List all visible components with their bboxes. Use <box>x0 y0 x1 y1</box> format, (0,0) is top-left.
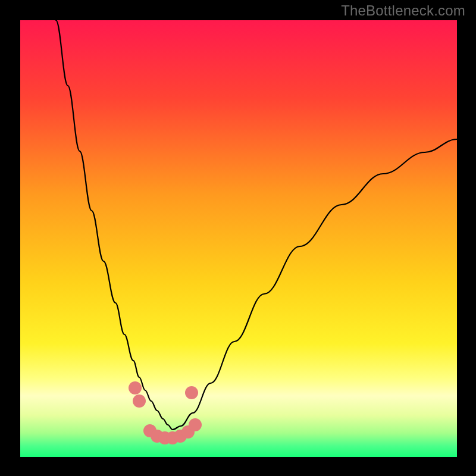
marker-dot <box>133 394 146 408</box>
plot-area <box>20 20 457 457</box>
marker-dot <box>189 418 202 431</box>
marker-dot <box>185 386 198 399</box>
chart-frame: TheBottleneck.com <box>0 0 476 476</box>
marker-dot <box>129 381 142 394</box>
v-curve <box>56 20 457 430</box>
watermark-text: TheBottleneck.com <box>341 2 465 19</box>
curve-layer <box>20 20 457 457</box>
